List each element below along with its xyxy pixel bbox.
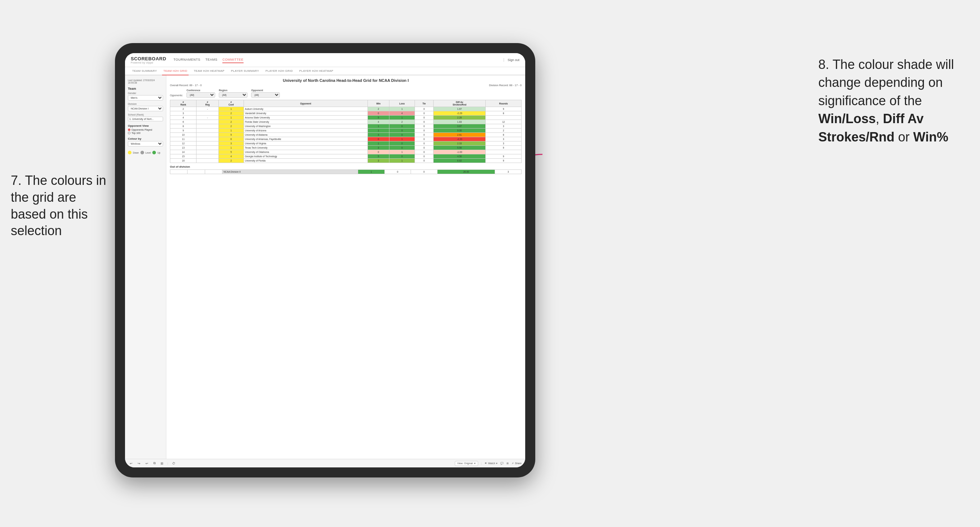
table-cell: -2.29	[434, 111, 486, 116]
table-row: 4-1Arizona State University5102.28	[170, 116, 522, 120]
nav-link-committee[interactable]: COMMITTEE	[223, 57, 243, 63]
sub-nav-player-summary[interactable]: PLAYER SUMMARY	[229, 67, 261, 75]
toolbar-redo[interactable]: ↪	[137, 461, 142, 466]
nav-link-tournaments[interactable]: TOURNAMENTS	[173, 57, 200, 63]
table-cell: 3	[170, 111, 197, 116]
tablet-screen: SCOREBOARD Powered by clippd TOURNAMENTS…	[125, 53, 525, 467]
table-cell: Texas Tech University	[243, 146, 368, 150]
table-cell: 4	[390, 111, 415, 116]
table-cell	[197, 133, 219, 137]
table-cell: 6	[219, 137, 244, 141]
toolbar-view-selector[interactable]: View: Original ▾	[455, 461, 478, 466]
table-cell: 5	[219, 133, 244, 137]
table-cell: 4.50	[434, 154, 486, 159]
logo-area: SCOREBOARD Powered by clippd	[131, 56, 166, 64]
overall-record: Overall Record: 89 - 17 - 0	[170, 84, 202, 87]
table-row: 82University of Washington1003.673	[170, 124, 522, 129]
chevron-down-icon: ▾	[474, 462, 476, 465]
sidebar: Last Updated: 27/03/2024 16:55:38 Team G…	[125, 75, 166, 459]
sidebar-division-select[interactable]: NCAA Division I	[128, 106, 163, 111]
legend-up-label: Up	[158, 151, 160, 154]
table-cell: 0	[390, 124, 415, 129]
table-cell: 3	[368, 159, 389, 163]
table-cell: 2	[219, 159, 244, 163]
table-cell: -4.33	[434, 137, 486, 141]
table-cell: 0	[390, 141, 415, 146]
col-conf: #Conf	[219, 100, 244, 107]
table-cell: 0	[390, 133, 415, 137]
table-cell: 2	[486, 129, 522, 133]
toolbar-back[interactable]: ↩	[145, 461, 150, 466]
table-cell: 12	[170, 141, 197, 146]
toolbar-undo[interactable]: ↩	[129, 461, 134, 466]
table-cell: 4	[170, 116, 197, 120]
table-row: 32Vanderbilt University040-2.298	[170, 111, 522, 116]
opponent-filter-label: Opponent	[251, 89, 280, 92]
radio-top-100[interactable]: Top 100	[128, 132, 163, 134]
table-cell: 1.83	[434, 120, 486, 124]
table-cell	[197, 137, 219, 141]
table-cell: University of Florida	[243, 159, 368, 163]
table-cell: 0	[415, 120, 434, 124]
sub-nav-team-h2h-heatmap[interactable]: TEAM H2H HEATMAP	[192, 67, 226, 75]
conference-filter-select[interactable]: (All)	[186, 92, 215, 98]
table-cell: 1	[219, 107, 244, 111]
toolbar-watch[interactable]: 👁 Watch ▾	[485, 462, 498, 465]
col-opponent: Opponent	[243, 100, 368, 107]
toolbar-paste[interactable]: ⊞	[159, 461, 164, 466]
sub-nav-player-h2h-grid[interactable]: PLAYER H2H GRID	[264, 67, 294, 75]
opponent-filter-select[interactable]: (All)	[251, 92, 280, 98]
table-cell: 1	[219, 116, 244, 120]
opponent-view-title: Opponent View	[128, 124, 163, 127]
watch-chevron: ▾	[496, 462, 498, 465]
annotation-right-text1: 8. The colour shade will change dependin…	[818, 57, 954, 108]
sign-out-button[interactable]: Sign out	[504, 58, 519, 62]
legend-down-label: Down	[133, 151, 139, 154]
table-cell: 1	[390, 137, 415, 141]
nav-links: TOURNAMENTS TEAMS COMMITTEE	[173, 57, 496, 63]
radio-opponents-played[interactable]: Opponents Played	[128, 129, 163, 131]
colour-by-select[interactable]: Win/loss	[128, 141, 163, 146]
comment-icon: 💬	[500, 462, 504, 465]
nav-link-teams[interactable]: TEAMS	[205, 57, 218, 63]
conference-filter-label: Conference	[186, 89, 215, 92]
table-cell: 4	[368, 120, 389, 124]
toolbar-grid-icon[interactable]: ⊞	[506, 462, 509, 465]
annotation-right-text2: ,	[876, 111, 883, 126]
toolbar-share[interactable]: ↗ Share	[512, 462, 522, 465]
table-row: 91University of Arizona1009.002	[170, 129, 522, 133]
sub-nav-team-h2h-grid[interactable]: TEAM H2H GRID	[162, 67, 189, 75]
region-filter-select[interactable]: (All)	[219, 92, 248, 98]
table-cell: Vanderbilt University	[243, 111, 368, 116]
toolbar-comment[interactable]: 💬	[500, 462, 504, 465]
table-cell: -	[197, 107, 219, 111]
col-reg: #Reg	[197, 100, 219, 107]
annotation-left: 7. The colours in the grid are based on …	[11, 172, 111, 240]
sub-nav-team-summary[interactable]: TEAM SUMMARY	[131, 67, 158, 75]
sidebar-team-label: Team	[128, 87, 163, 90]
table-cell: 9	[486, 159, 522, 163]
col-diff: Diff AvStrokes/Rnd	[434, 100, 486, 107]
table-cell	[197, 120, 219, 124]
ood-cell: 0	[411, 170, 437, 174]
toolbar-copy[interactable]: ⧉	[152, 460, 157, 466]
table-row: 145University of Oklahoma010-1.00	[170, 150, 522, 154]
toolbar-separator-1: |	[167, 462, 168, 465]
table-cell: 2	[170, 107, 197, 111]
table-cell: 10	[170, 133, 197, 137]
toolbar-clock[interactable]: ⏱	[171, 461, 177, 466]
table-cell	[197, 124, 219, 129]
table-cell: 2	[390, 120, 415, 124]
sidebar-gender-select[interactable]: Men's	[128, 95, 163, 100]
ood-cell	[205, 170, 222, 174]
sub-nav-player-h2h-heatmap[interactable]: PLAYER H2H HEATMAP	[298, 67, 335, 75]
table-row: 162University of Florida3106.629	[170, 159, 522, 163]
table-row: 116University of Arkansas, Fayetteville0…	[170, 137, 522, 141]
table-cell: 9	[170, 129, 197, 133]
col-rank: #Rank	[170, 100, 197, 107]
table-cell: 5	[219, 150, 244, 154]
annotation-right-bold1: Win/Loss	[818, 111, 876, 126]
ood-cell: NCAA Division II	[223, 170, 358, 174]
table-cell	[197, 141, 219, 146]
table-cell: 0	[415, 124, 434, 129]
